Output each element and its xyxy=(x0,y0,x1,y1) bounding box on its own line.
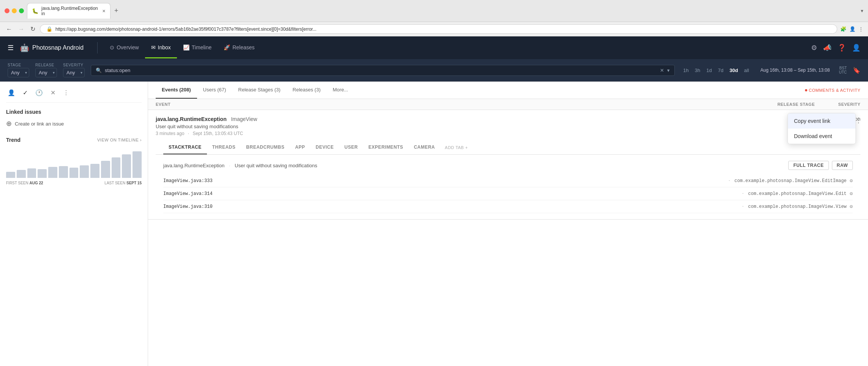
chart-bar xyxy=(133,151,142,178)
profile-icon[interactable]: 👤 xyxy=(849,26,855,32)
stage-label: STAGE xyxy=(8,63,29,67)
menu-icon[interactable]: ⋮ xyxy=(859,26,863,32)
github-icon-0[interactable]: ⊙ xyxy=(850,178,853,184)
time-1h[interactable]: 1h xyxy=(681,66,691,74)
browser-tab[interactable]: 🐛 java.lang.RuntimeException in ✕ xyxy=(27,3,110,19)
settings-icon[interactable]: ⚙ xyxy=(811,44,817,52)
add-tab-button[interactable]: ADD TAB + xyxy=(442,141,471,154)
comments-activity[interactable]: COMMENTS & ACTIVITY xyxy=(805,88,860,93)
event-class: java.lang.RuntimeException xyxy=(156,116,227,122)
first-seen-label: FIRST SEEN AUG 22 xyxy=(6,181,43,185)
tab-release-stages[interactable]: Release Stages (3) xyxy=(232,82,286,99)
inner-tab-experiments[interactable]: EXPERIMENTS xyxy=(363,141,409,154)
search-bar[interactable]: 🔍 ✕ ▾ xyxy=(91,65,675,76)
col-release-header: RELEASE STAGE xyxy=(739,102,815,107)
search-clear-icon[interactable]: ✕ xyxy=(660,68,664,73)
context-menu-copy-link[interactable]: Copy event link xyxy=(788,113,855,129)
inner-tab-breadcrumbs[interactable]: BREADCRUMBS xyxy=(241,141,290,154)
time-3h[interactable]: 3h xyxy=(693,66,702,74)
refresh-button[interactable]: ↻ xyxy=(29,25,37,33)
maximize-light[interactable] xyxy=(19,8,24,13)
tab-events[interactable]: Events (208) xyxy=(156,82,197,99)
time-7d[interactable]: 7d xyxy=(716,66,726,74)
view-timeline-link[interactable]: VIEW ON TIMELINE › xyxy=(97,138,142,142)
stage-filter: STAGE Any ▾ xyxy=(8,63,29,77)
event-meta: 3 minutes ago · Sept 15th, 13:05:43 UTC xyxy=(156,131,860,136)
bookmark-icon[interactable]: 🔖 xyxy=(853,67,860,74)
nav-divider xyxy=(97,42,98,53)
url-text: https://app.bugsnag.com/demo/photosnap-a… xyxy=(55,27,316,32)
inner-tab-threads[interactable]: THREADS xyxy=(207,141,241,154)
user-profile-icon[interactable]: 👤 xyxy=(852,44,860,52)
comments-label: COMMENTS & ACTIVITY xyxy=(809,88,860,93)
hamburger-menu[interactable]: ☰ xyxy=(8,44,14,52)
inner-tab-user[interactable]: USER xyxy=(339,141,363,154)
close-light[interactable] xyxy=(5,8,9,13)
tab-title: java.lang.RuntimeException in xyxy=(41,6,99,16)
nav-releases[interactable]: 🚀 Releases xyxy=(218,38,260,58)
github-icon-1[interactable]: ⊙ xyxy=(850,190,853,197)
chart-bar xyxy=(122,154,131,178)
context-menu-download[interactable]: Download event xyxy=(788,129,855,144)
chart-bar xyxy=(17,170,26,178)
chart-bar xyxy=(69,168,79,178)
full-trace-button[interactable]: FULL TRACE xyxy=(788,161,829,170)
github-icon-2[interactable]: ⊙ xyxy=(850,203,853,210)
assign-icon[interactable]: 👤 xyxy=(6,88,17,98)
browser-dropdown-icon[interactable]: ▾ xyxy=(861,8,863,14)
chart-bar xyxy=(112,157,121,178)
inner-tab-camera[interactable]: CAMERA xyxy=(409,141,440,154)
extension-icon[interactable]: 🧩 xyxy=(840,26,846,32)
inner-tab-device[interactable]: DEVICE xyxy=(310,141,339,154)
stack-pkg-2: com.example.photosnap.ImageView.View xyxy=(748,204,846,209)
stack-file-0: ImageView.java:333 xyxy=(163,178,724,184)
minimize-light[interactable] xyxy=(12,8,17,13)
time-1d[interactable]: 1d xyxy=(704,66,714,74)
event-title: java.lang.RuntimeException ImageView xyxy=(156,116,257,122)
create-link-button[interactable]: ⊕ Create or link an issue xyxy=(6,119,142,128)
right-panel: Events (208) Users (67) Release Stages (… xyxy=(148,82,868,366)
ignore-icon[interactable]: ✕ xyxy=(49,88,57,98)
stack-pkg-0: com.example.photosnap.ImageView.EditImag… xyxy=(734,178,846,184)
chart-bar xyxy=(101,161,110,178)
time-30d[interactable]: 30d xyxy=(727,66,740,74)
help-icon[interactable]: ❓ xyxy=(838,44,846,52)
severity-select[interactable]: Any xyxy=(63,68,85,77)
trend-title: Trend xyxy=(6,137,21,143)
nav-overview[interactable]: ⊙ Overview xyxy=(104,38,145,58)
tab-more[interactable]: More... xyxy=(327,82,354,99)
notification-icon[interactable]: 📣 xyxy=(823,44,832,52)
chart-bar xyxy=(90,164,99,178)
event-more-button[interactable]: ⋮ xyxy=(855,116,862,124)
event-time-ago: 3 minutes ago xyxy=(156,131,184,136)
more-actions-icon[interactable]: ⋮ xyxy=(62,88,71,98)
releases-icon: 🚀 xyxy=(224,44,230,50)
stage-select[interactable]: Any xyxy=(8,68,29,77)
forward-button[interactable]: → xyxy=(17,25,26,33)
event-row: java.lang.RuntimeException ImageView pro… xyxy=(148,110,868,220)
new-tab-button[interactable]: + xyxy=(112,6,121,16)
time-all[interactable]: all xyxy=(742,66,751,74)
search-expand-icon[interactable]: ▾ xyxy=(667,68,670,73)
stacktrace-summary: java.lang.RuntimeException · User quit w… xyxy=(163,163,317,168)
create-link-plus-icon: ⊕ xyxy=(6,119,12,128)
nav-inbox[interactable]: ✉ Inbox xyxy=(145,38,177,58)
search-input[interactable] xyxy=(105,68,657,73)
back-button[interactable]: ← xyxy=(5,25,14,33)
snooze-icon[interactable]: 🕐 xyxy=(34,88,44,98)
timeline-icon: 📈 xyxy=(183,44,189,50)
chart-bar xyxy=(38,169,47,178)
tab-users[interactable]: Users (67) xyxy=(197,82,232,99)
inbox-icon: ✉ xyxy=(151,44,156,50)
resolve-icon[interactable]: ✓ xyxy=(21,88,29,98)
raw-button[interactable]: RAW xyxy=(832,161,853,170)
release-select[interactable]: Any xyxy=(35,68,57,77)
inner-tab-stacktrace[interactable]: STACKTRACE xyxy=(163,141,207,154)
tab-releases[interactable]: Releases (3) xyxy=(287,82,327,99)
inner-tab-app[interactable]: APP xyxy=(290,141,310,154)
timezone: BST UTC xyxy=(839,66,847,74)
tab-close-icon[interactable]: ✕ xyxy=(102,9,106,14)
url-bar[interactable]: 🔒 https://app.bugsnag.com/demo/photosnap… xyxy=(40,24,837,34)
sidebar-actions: 👤 ✓ 🕐 ✕ ⋮ xyxy=(6,88,142,103)
nav-timeline[interactable]: 📈 Timeline xyxy=(177,38,218,58)
